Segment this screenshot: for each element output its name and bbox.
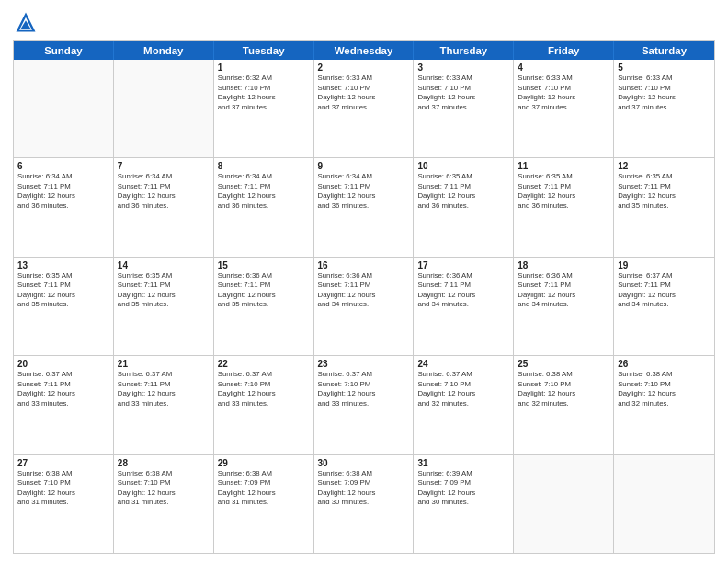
cell-line: Daylight: 12 hours: [218, 291, 310, 301]
header-day-sunday: Sunday: [14, 41, 114, 60]
week-row-5: 27Sunrise: 6:38 AMSunset: 7:10 PMDayligh…: [14, 455, 714, 553]
day-number: 13: [17, 260, 109, 270]
cell-line: Sunset: 7:10 PM: [318, 84, 410, 94]
cell-line: Sunrise: 6:38 AM: [17, 469, 109, 479]
cell-line: Daylight: 12 hours: [318, 93, 410, 103]
calendar-cell-26: 26Sunrise: 6:38 AMSunset: 7:10 PMDayligh…: [614, 356, 714, 454]
cell-line: Sunset: 7:10 PM: [618, 380, 711, 390]
header-day-tuesday: Tuesday: [214, 41, 314, 60]
cell-line: Sunset: 7:11 PM: [318, 281, 410, 291]
day-number: 28: [118, 458, 210, 468]
week-row-2: 6Sunrise: 6:34 AMSunset: 7:11 PMDaylight…: [14, 158, 714, 257]
calendar-cell-empty-4-5: [514, 455, 614, 553]
calendar-cell-20: 20Sunrise: 6:37 AMSunset: 7:11 PMDayligh…: [14, 356, 114, 454]
cell-line: Sunrise: 6:35 AM: [118, 271, 210, 282]
calendar-cell-22: 22Sunrise: 6:37 AMSunset: 7:10 PMDayligh…: [214, 356, 314, 454]
cell-line: Daylight: 12 hours: [417, 488, 509, 499]
cell-line: Daylight: 12 hours: [618, 389, 711, 399]
calendar-cell-25: 25Sunrise: 6:38 AMSunset: 7:10 PMDayligh…: [514, 356, 614, 454]
cell-line: and 34 minutes.: [318, 300, 410, 310]
calendar-cell-11: 11Sunrise: 6:35 AMSunset: 7:11 PMDayligh…: [514, 158, 614, 256]
cell-line: Sunset: 7:11 PM: [218, 182, 310, 192]
cell-line: Daylight: 12 hours: [417, 191, 509, 201]
cell-line: Sunrise: 6:34 AM: [218, 172, 310, 182]
cell-line: Sunset: 7:11 PM: [518, 182, 609, 192]
cell-line: Daylight: 12 hours: [618, 93, 711, 103]
cell-line: Sunrise: 6:33 AM: [417, 74, 509, 84]
calendar-cell-16: 16Sunrise: 6:36 AMSunset: 7:11 PMDayligh…: [314, 258, 415, 355]
cell-line: Daylight: 12 hours: [618, 291, 711, 301]
cell-line: Daylight: 12 hours: [218, 389, 310, 399]
header-day-wednesday: Wednesday: [314, 41, 415, 60]
cell-line: Sunset: 7:11 PM: [518, 281, 609, 291]
cell-line: and 36 minutes.: [518, 201, 609, 212]
day-number: 25: [518, 359, 609, 369]
week-row-4: 20Sunrise: 6:37 AMSunset: 7:11 PMDayligh…: [14, 356, 714, 454]
day-number: 31: [417, 458, 509, 468]
cell-line: Sunset: 7:10 PM: [518, 380, 609, 390]
day-number: 1: [218, 63, 310, 73]
cell-line: Daylight: 12 hours: [318, 291, 410, 301]
cell-line: and 37 minutes.: [218, 103, 310, 113]
calendar-cell-14: 14Sunrise: 6:35 AMSunset: 7:11 PMDayligh…: [114, 258, 214, 355]
cell-line: Sunrise: 6:36 AM: [318, 271, 410, 282]
cell-line: Sunrise: 6:35 AM: [417, 172, 509, 182]
cell-line: Sunrise: 6:39 AM: [417, 469, 509, 479]
calendar-cell-24: 24Sunrise: 6:37 AMSunset: 7:10 PMDayligh…: [414, 356, 514, 454]
calendar-cell-2: 2Sunrise: 6:33 AMSunset: 7:10 PMDaylight…: [314, 60, 415, 157]
cell-line: and 33 minutes.: [118, 399, 210, 409]
day-number: 11: [518, 161, 609, 171]
calendar-cell-7: 7Sunrise: 6:34 AMSunset: 7:11 PMDaylight…: [114, 158, 214, 256]
cell-line: and 33 minutes.: [318, 399, 410, 409]
day-number: 23: [318, 359, 410, 369]
cell-line: Sunset: 7:11 PM: [417, 281, 509, 291]
cell-line: Daylight: 12 hours: [218, 191, 310, 201]
calendar-cell-3: 3Sunrise: 6:33 AMSunset: 7:10 PMDaylight…: [414, 60, 514, 157]
logo: [13, 9, 42, 35]
cell-line: Sunset: 7:09 PM: [417, 478, 509, 488]
day-number: 24: [417, 359, 509, 369]
week-row-1: 1Sunrise: 6:32 AMSunset: 7:10 PMDaylight…: [14, 60, 714, 158]
cell-line: and 32 minutes.: [618, 399, 711, 409]
cell-line: Sunset: 7:09 PM: [218, 478, 310, 488]
cell-line: Sunset: 7:10 PM: [17, 478, 109, 488]
cell-line: Sunrise: 6:37 AM: [318, 370, 410, 380]
day-number: 26: [618, 359, 711, 369]
calendar-cell-10: 10Sunrise: 6:35 AMSunset: 7:11 PMDayligh…: [414, 158, 514, 256]
cell-line: Sunrise: 6:37 AM: [218, 370, 310, 380]
calendar: SundayMondayTuesdayWednesdayThursdayFrid…: [13, 40, 715, 554]
day-number: 17: [417, 260, 509, 270]
calendar-cell-6: 6Sunrise: 6:34 AMSunset: 7:11 PMDaylight…: [14, 158, 114, 256]
cell-line: Sunset: 7:10 PM: [417, 84, 509, 94]
cell-line: and 32 minutes.: [518, 399, 609, 409]
cell-line: Sunset: 7:11 PM: [218, 281, 310, 291]
day-number: 18: [518, 260, 609, 270]
calendar-cell-27: 27Sunrise: 6:38 AMSunset: 7:10 PMDayligh…: [14, 455, 114, 553]
header-day-friday: Friday: [514, 41, 614, 60]
day-number: 9: [318, 161, 410, 171]
day-number: 4: [518, 63, 609, 73]
cell-line: Sunrise: 6:33 AM: [518, 74, 609, 84]
cell-line: Sunrise: 6:37 AM: [618, 271, 711, 282]
cell-line: and 32 minutes.: [417, 399, 509, 409]
cell-line: Sunset: 7:11 PM: [618, 281, 711, 291]
cell-line: Sunset: 7:11 PM: [118, 281, 210, 291]
cell-line: Daylight: 12 hours: [318, 191, 410, 201]
day-number: 5: [618, 63, 711, 73]
calendar-cell-23: 23Sunrise: 6:37 AMSunset: 7:10 PMDayligh…: [314, 356, 415, 454]
cell-line: Daylight: 12 hours: [318, 488, 410, 499]
cell-line: Daylight: 12 hours: [218, 488, 310, 499]
cell-line: and 36 minutes.: [318, 201, 410, 212]
cell-line: Sunrise: 6:36 AM: [518, 271, 609, 282]
week-row-3: 13Sunrise: 6:35 AMSunset: 7:11 PMDayligh…: [14, 258, 714, 356]
calendar-cell-29: 29Sunrise: 6:38 AMSunset: 7:09 PMDayligh…: [214, 455, 314, 553]
day-number: 22: [218, 359, 310, 369]
cell-line: Daylight: 12 hours: [17, 291, 109, 301]
day-number: 29: [218, 458, 310, 468]
cell-line: Sunrise: 6:32 AM: [218, 74, 310, 84]
cell-line: Daylight: 12 hours: [118, 191, 210, 201]
cell-line: Daylight: 12 hours: [618, 191, 711, 201]
cell-line: Sunset: 7:11 PM: [17, 281, 109, 291]
cell-line: Daylight: 12 hours: [118, 291, 210, 301]
calendar-cell-8: 8Sunrise: 6:34 AMSunset: 7:11 PMDaylight…: [214, 158, 314, 256]
